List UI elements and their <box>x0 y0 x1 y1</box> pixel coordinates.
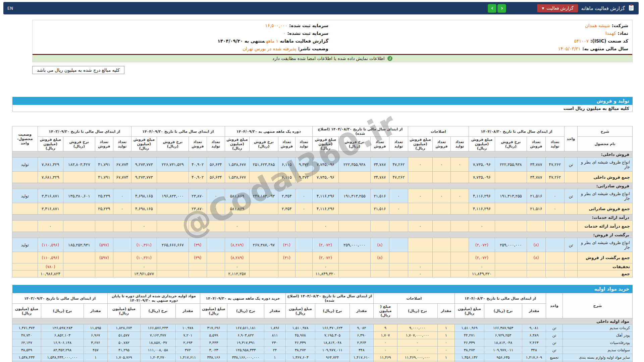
report-body: تولید و فروش کلیه مبالغ به میلیون ریال ا… <box>12 97 633 362</box>
value-cell: ۰ <box>373 347 397 354</box>
value-cell <box>546 252 565 263</box>
value-cell: ۵۸۱,۸۶۹ <box>225 203 249 215</box>
language-toggle[interactable]: EN <box>7 6 13 11</box>
value-cell: ۲۱,۵۱۶ <box>370 203 389 215</box>
value-cell: ۰ <box>373 339 397 347</box>
value-cell: (۲,۰۷۲) <box>469 252 495 263</box>
value-cell <box>157 252 189 263</box>
value-cell: ۸۴,۳۵۲,۲۹۸ <box>41 347 84 354</box>
value-cell <box>207 238 225 252</box>
row-unit: تن <box>565 189 578 203</box>
value-cell <box>207 263 225 270</box>
info-value: ۱۴۰۵/۰۳/۳۱ <box>558 45 581 53</box>
value-cell: ۱,۷۰۷ <box>373 332 397 339</box>
value-cell: ۰ <box>389 189 408 203</box>
value-cell <box>113 252 131 263</box>
value-cell: ۱۶۶,۳۸۷,۹۵۳ <box>484 324 522 332</box>
value-cell: ۲۱,۵۱۶ <box>370 189 389 203</box>
value-cell <box>495 221 527 232</box>
value-cell: ۵۰,۷۸۲ <box>107 339 140 347</box>
info-value[interactable]: کهمدا <box>605 31 616 36</box>
value-cell: ۳۷۲ <box>175 347 200 354</box>
value-cell: ۲۵۹,۰۰۰,۰۰۰ <box>495 238 527 252</box>
value-cell <box>338 270 370 278</box>
column-group-header: واحد <box>565 126 578 152</box>
info-label: سرمایه ثبت شده: <box>289 23 328 28</box>
next-report-button[interactable]: ‹ <box>497 4 506 13</box>
value-cell: ۴,۱۱۶,۲۹۶ <box>469 203 495 215</box>
value-cell <box>408 252 432 263</box>
table-section-row: فروش صادراتی: <box>12 183 632 189</box>
value-cell <box>295 252 312 263</box>
value-cell: ۴,۱۱۶,۲۹۶ <box>312 203 338 215</box>
table-row: انواع ظروف شیشه ای بطر و جارتن۰۲۱,۵۱۶۱۹۱… <box>12 189 632 203</box>
value-cell <box>189 270 207 278</box>
company-info-row: وضعیت ناشر:پذیرفته شده در بورس تهران <box>33 45 332 53</box>
value-cell <box>157 203 189 215</box>
value-cell: ۰ <box>295 203 312 215</box>
prev-report-button[interactable]: › <box>488 4 496 13</box>
value-cell <box>432 263 450 270</box>
value-cell: ۱۳,۹۶۱,۵۷۷ <box>131 270 157 278</box>
value-cell: ۶۷,۷۷۴ <box>113 158 131 172</box>
column-header: نام محصول <box>578 137 633 152</box>
column-header: مبلغ (میلیون ریال) <box>285 304 315 318</box>
info-value: ۵۴۱۰۰۷ <box>574 37 589 45</box>
table-row: جمع۱۱,۸۴۹,۳۲۰۰۱۱,۸۴۹,۳۲۰۲,۱۱۲,۲۵۷۱۳,۹۶۱,… <box>12 270 632 278</box>
info-icon: i <box>387 56 392 61</box>
value-cell: ۱ <box>437 324 454 332</box>
column-header: نرخ فروش (ریال) <box>249 137 278 152</box>
row-label: جمع درآمد ارائه خدمات <box>578 221 633 232</box>
value-cell <box>207 252 225 263</box>
value-cell: ۱ <box>437 354 454 361</box>
value-cell: ۲۶۵,۶۶۶,۶۶۷ <box>157 238 189 252</box>
value-cell: ۰ <box>225 221 249 232</box>
value-cell: ۰ <box>469 263 495 270</box>
value-cell: ۱۱,۸۴۹,۳۲۰ <box>469 270 495 278</box>
info-value[interactable]: شیشه همدان <box>585 23 610 28</box>
value-cell: ۱۶,۹۰۶,۱۴۸ <box>41 339 84 347</box>
value-cell: ۰ <box>113 189 131 203</box>
report-icon <box>628 4 635 12</box>
value-cell <box>295 263 312 270</box>
value-cell: ۲۳,۸۷۰ <box>189 203 207 215</box>
column-header: تعداد فروش <box>278 137 295 152</box>
value-cell: ۷,۷۳۵,۰۹۶ <box>469 172 495 183</box>
column-group-header: از ابتدای سال مالی تا تاریخ ۱۴۰۴/۰۸/۳۰ <box>469 126 564 137</box>
value-cell: ۱ <box>437 332 454 339</box>
value-cell <box>63 221 95 232</box>
value-cell: ۱,۳۶۷,۶۰۳ <box>285 354 315 361</box>
value-cell <box>249 221 278 232</box>
column-header: نرخ فروش (ریال) <box>495 137 527 152</box>
value-cell: ۱,۵۳۸,۴۳۴ <box>12 354 41 361</box>
value-cell <box>249 263 278 270</box>
value-cell: ۰ <box>432 158 450 172</box>
value-cell: ۹,۰۸۱ <box>522 324 546 332</box>
value-cell: ۷,۶۸۱,۳۲۹ <box>38 158 63 172</box>
column-header: مبلغ فروش (میلیون ریال) <box>38 137 63 152</box>
value-cell <box>370 263 389 270</box>
value-cell: ۱ <box>264 354 285 361</box>
value-cell: ۴۷,۲۶۲ <box>389 158 408 172</box>
column-header: تعداد فروش <box>432 137 450 152</box>
report-type-label: گزارش فعالیت <box>546 6 573 11</box>
company-info-left-column: سرمایه ثبت شده:۱۶,۵۰۰,۰۰۰سرمایه ثبت نشده… <box>33 22 332 53</box>
report-type-dropdown[interactable]: گزارش فعالیت ▼ <box>537 4 578 12</box>
column-group-header: اصلاحات <box>408 126 469 137</box>
value-cell <box>450 270 469 278</box>
value-cell <box>450 238 469 252</box>
company-info-row: شرکت:شیشه همدان <box>332 22 632 29</box>
value-cell <box>278 263 295 270</box>
value-cell: ۱,۴۱۷,۶۰۹ <box>522 354 546 361</box>
info-label-suffix: منتهی به ۱۴۰۴/۰۹/۳۰ <box>217 38 265 44</box>
value-cell: ۳۳۸,۱۶۶ <box>200 354 227 361</box>
section-label: فروش صادراتی: <box>12 183 632 189</box>
row-status: تولید <box>12 158 38 172</box>
value-cell: ۹,۳۷۲ <box>295 158 312 172</box>
value-cell: ۱,۵۳۸,۶۷۷ <box>225 158 249 172</box>
value-cell: ۹ <box>373 324 397 332</box>
column-header: نرخ فروش (ریال) <box>157 137 189 152</box>
value-cell: ۶,۱۱۵ <box>278 158 295 172</box>
column-group-header: وضعیت محصول-واحد <box>12 126 38 152</box>
amounts-unit-note: کلیه مبالغ درج شده به میلیون ریال می باش… <box>32 66 124 74</box>
